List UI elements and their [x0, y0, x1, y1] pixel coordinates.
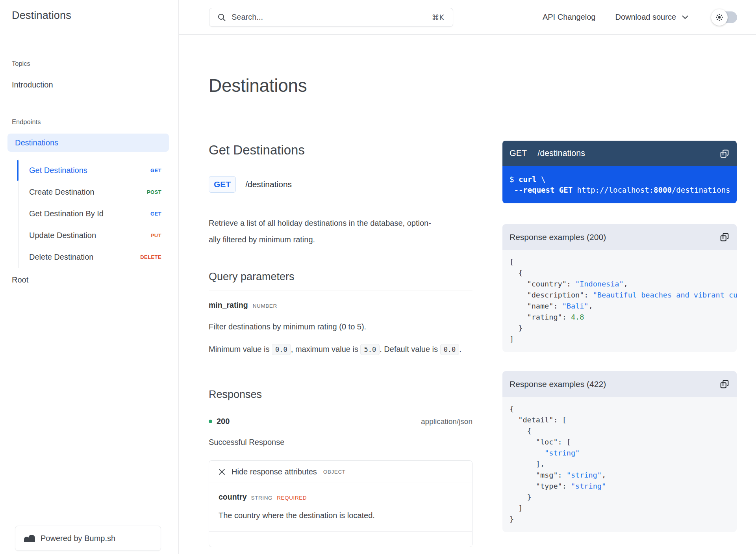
attribute-row-country: country STRING REQUIRED The country wher… — [209, 483, 472, 531]
attribute-required-label: REQUIRED — [277, 495, 307, 501]
operation-description: Retrieve a list of all holiday destinati… — [209, 215, 472, 248]
status-dot — [209, 420, 212, 423]
close-icon — [219, 468, 225, 475]
param-name: min_rating — [209, 301, 248, 310]
status-code: 200 — [217, 417, 230, 426]
param-header-row: min_rating NUMBER — [209, 301, 472, 310]
example-panels-column: GET /destinations $ curl \ --request GET… — [502, 141, 737, 554]
response-status-row: 200 application/json — [209, 417, 472, 426]
chevron-down-icon — [682, 15, 688, 19]
attribute-name: country — [219, 493, 247, 502]
theme-toggle[interactable] — [713, 11, 737, 23]
query-parameters-title: Query parameters — [209, 270, 472, 290]
search-icon — [217, 13, 226, 22]
method-label-get: GET — [150, 167, 161, 173]
response-attributes-box: Hide response attributes OBJECT country … — [209, 460, 472, 547]
main-area: ⌘K API Changelog Download source — [179, 0, 756, 554]
response-200-header: Response examples (200) — [502, 224, 737, 250]
request-panel-header: GET /destinations — [502, 141, 737, 166]
response-summary: Successful Response — [209, 438, 472, 447]
response-422-title: Response examples (422) — [510, 379, 606, 389]
copy-icon — [719, 149, 730, 159]
request-example-panel: GET /destinations $ curl \ --request GET… — [502, 141, 737, 203]
sidebar: Destinations Topics Introduction Endpoin… — [0, 0, 179, 554]
search-shortcut: ⌘K — [432, 13, 444, 22]
sidebar-endpoint-create-destination[interactable]: Create Destination POST — [19, 181, 169, 203]
sidebar-item-introduction[interactable]: Introduction — [12, 80, 178, 89]
page-title: Destinations — [209, 75, 472, 97]
operation-endpoint-row: GET /destinations — [209, 176, 472, 193]
response-example-200-panel: Response examples (200) [ { "country": "… — [502, 224, 737, 352]
content: Destinations Get Destinations GET /desti… — [179, 35, 756, 554]
copy-icon — [719, 232, 730, 242]
param-description: Filter destinations by minimum rating (0… — [209, 318, 472, 335]
doc-column: Destinations Get Destinations GET /desti… — [209, 35, 472, 554]
attributes-kind-label: OBJECT — [323, 469, 346, 475]
method-label-delete: DELETE — [140, 254, 161, 260]
copy-icon — [719, 379, 730, 389]
sidebar-endpoint-get-destination-by-id[interactable]: Get Destination By Id GET — [19, 203, 169, 225]
method-label-get: GET — [150, 211, 161, 217]
sidebar-section-topics: Topics — [12, 60, 178, 67]
sidebar-section-endpoints: Endpoints — [12, 118, 178, 126]
search-input[interactable] — [232, 13, 426, 22]
sidebar-item-root[interactable]: Root — [12, 275, 178, 284]
hide-response-attributes-toggle[interactable]: Hide response attributes OBJECT — [209, 461, 472, 483]
copy-button[interactable] — [719, 149, 730, 159]
sidebar-endpoint-update-destination[interactable]: Update Destination PUT — [19, 225, 169, 246]
sun-icon — [715, 13, 723, 21]
request-method: GET — [510, 149, 527, 158]
endpoint-path: /destinations — [245, 180, 292, 189]
top-bar: ⌘K API Changelog Download source — [179, 0, 756, 35]
sidebar-endpoint-delete-destination[interactable]: Delete Destination DELETE — [19, 246, 169, 268]
method-badge-get: GET — [209, 176, 236, 193]
sidebar-title: Destinations — [12, 9, 178, 22]
powered-by-label: Powered by Bump.sh — [41, 534, 115, 543]
bump-logo-icon — [24, 535, 35, 542]
curl-code-block: $ curl \ --request GET http://localhost:… — [502, 166, 737, 203]
response-200-code-block: [ { "country": "Indonesia", "description… — [502, 250, 737, 352]
endpoint-list: Get Destinations GET Create Destination … — [18, 160, 169, 268]
operation-title: Get Destinations — [209, 142, 472, 158]
toggle-label: Hide response attributes — [232, 467, 317, 476]
method-label-post: POST — [147, 189, 161, 195]
response-422-code-block: { "detail": [ { "loc": [ "string" ], "ms… — [502, 397, 737, 532]
sidebar-endpoint-get-destinations[interactable]: Get Destinations GET — [19, 160, 169, 181]
response-200-title: Response examples (200) — [510, 232, 606, 242]
attribute-type-label: STRING — [251, 495, 273, 501]
param-type-label: NUMBER — [253, 303, 277, 309]
powered-by-bump-button[interactable]: Powered by Bump.sh — [15, 526, 161, 551]
method-label-put: PUT — [151, 232, 161, 238]
param-constraints: Minimum value is 0.0, maximum value is 5… — [209, 340, 472, 358]
theme-toggle-knob — [711, 9, 728, 26]
attribute-description: The country where the destination is loc… — [219, 511, 463, 520]
response-content-type: application/json — [421, 417, 472, 426]
copy-button[interactable] — [719, 232, 730, 242]
topbar-right: API Changelog Download source — [543, 11, 737, 23]
responses-title: Responses — [209, 388, 472, 408]
attribute-row-next — [209, 531, 472, 547]
search-box[interactable]: ⌘K — [209, 8, 453, 27]
api-changelog-link[interactable]: API Changelog — [543, 13, 596, 22]
download-source-button[interactable]: Download source — [615, 13, 688, 22]
response-422-header: Response examples (422) — [502, 371, 737, 397]
copy-button[interactable] — [719, 379, 730, 389]
sidebar-item-destinations-active[interactable]: Destinations — [7, 134, 169, 152]
response-example-422-panel: Response examples (422) { "detail": [ { … — [502, 371, 737, 532]
request-path: /destinations — [537, 149, 585, 158]
